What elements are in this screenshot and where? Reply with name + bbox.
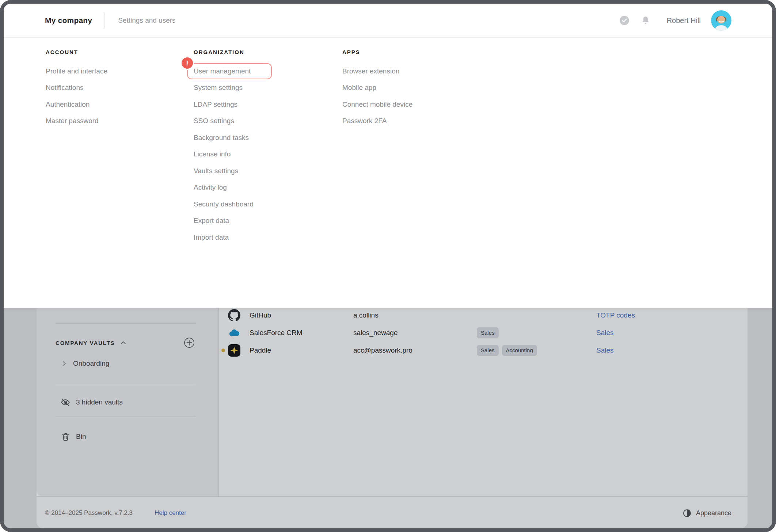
menu-item-mobile-app[interactable]: Mobile app: [342, 80, 412, 96]
column-title: ACCOUNT: [46, 49, 107, 59]
avatar[interactable]: [711, 10, 731, 31]
menu-item-import-data[interactable]: Import data: [194, 229, 254, 246]
company-title[interactable]: My company: [45, 16, 92, 25]
user-name[interactable]: Robert Hill: [667, 16, 701, 25]
menu-item-passwork-2fa[interactable]: Passwork 2FA: [342, 113, 412, 130]
dim-overlay[interactable]: [4, 308, 772, 528]
settings-mega-menu: My company Settings and users Robert Hil…: [4, 4, 772, 308]
menu-item-authentication[interactable]: Authentication: [46, 96, 107, 113]
menu-item-user-management[interactable]: ! User management: [194, 63, 254, 80]
alert-badge: !: [182, 57, 193, 69]
menu-column-account: ACCOUNT Profile and interface Notificati…: [46, 49, 107, 129]
menu-item-master-password[interactable]: Master password: [46, 113, 107, 130]
menu-item-background-tasks[interactable]: Background tasks: [194, 129, 254, 146]
menu-column-apps: APPS Browser extension Mobile app Connec…: [342, 49, 412, 129]
menu-item-system-settings[interactable]: System settings: [194, 80, 254, 96]
menu-item-browser-extension[interactable]: Browser extension: [342, 63, 412, 80]
menu-item-export-data[interactable]: Export data: [194, 213, 254, 229]
app-window: COMPANY VAULTS Onboarding 3 hidden vault…: [0, 0, 776, 532]
menu-item-connect-mobile-device[interactable]: Connect mobile device: [342, 96, 412, 113]
menu-item-ldap-settings[interactable]: LDAP settings: [194, 96, 254, 113]
menu-item-security-dashboard[interactable]: Security dashboard: [194, 196, 254, 213]
breadcrumb-section: Settings and users: [118, 16, 175, 24]
header-separator: [104, 13, 105, 28]
column-title: APPS: [342, 49, 412, 59]
menu-item-license-info[interactable]: License info: [194, 146, 254, 163]
menu-item-label: User management: [194, 67, 251, 75]
menu-item-activity-log[interactable]: Activity log: [194, 179, 254, 196]
menu-item-vaults-settings[interactable]: Vaults settings: [194, 163, 254, 179]
top-bar: My company Settings and users Robert Hil…: [4, 4, 772, 38]
menu-item-sso-settings[interactable]: SSO settings: [194, 113, 254, 130]
column-title: ORGANIZATION: [194, 49, 254, 59]
menu-item-profile-and-interface[interactable]: Profile and interface: [46, 63, 107, 80]
menu-item-notifications[interactable]: Notifications: [46, 80, 107, 96]
tasks-check-icon[interactable]: [619, 15, 629, 26]
menu-column-organization: ORGANIZATION ! User management System se…: [194, 49, 254, 246]
notifications-bell-icon[interactable]: [640, 15, 651, 26]
